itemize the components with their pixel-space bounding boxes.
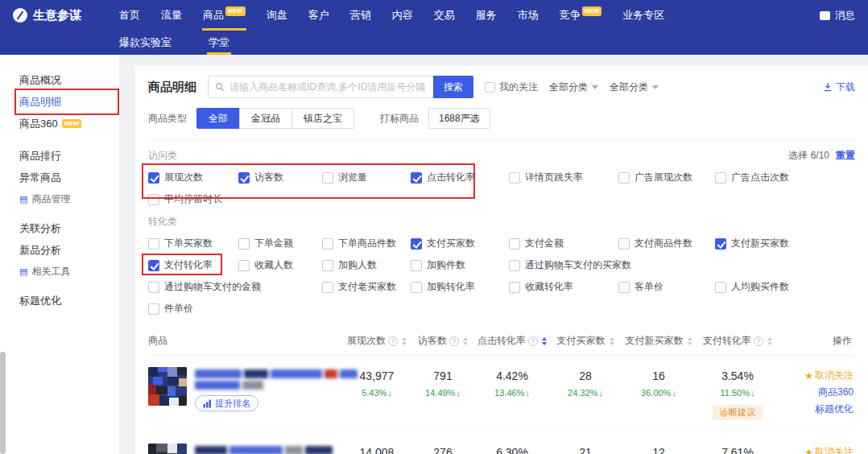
help-icon[interactable] — [528, 336, 538, 346]
help-icon[interactable] — [388, 336, 398, 346]
checkbox-favorite-users[interactable]: 收藏人数 — [238, 258, 322, 272]
unfollow-button[interactable]: 取消关注 — [804, 369, 854, 382]
goods-360-link[interactable]: 商品360 — [818, 386, 854, 399]
product-image[interactable] — [148, 367, 187, 406]
col-pay-rate[interactable]: 支付转化率 — [697, 334, 778, 348]
col-click-rate[interactable]: 点击转化率 — [473, 334, 551, 348]
checkbox-pageviews[interactable]: 浏览量 — [322, 171, 411, 184]
sort-icon[interactable] — [767, 337, 772, 345]
product-title-censored[interactable] — [195, 446, 333, 454]
nav-item-service[interactable]: 服务 — [465, 0, 507, 31]
nav-item-inquiry[interactable]: 询盘 — [256, 0, 298, 31]
sidebar-label: 关联分析 — [19, 221, 61, 236]
checkbox-icon — [411, 282, 422, 293]
nav-item-content[interactable]: 内容 — [382, 0, 424, 31]
category-select-1[interactable]: 全部分类 — [549, 80, 598, 94]
checkbox-cart-pay-amount[interactable]: 通过购物车支付的金额 — [148, 280, 322, 294]
boost-rank-button[interactable]: 提升排名 — [195, 395, 258, 411]
checkbox-bounce-rate[interactable]: 详情页跳失率 — [509, 171, 618, 184]
sidebar-item-goods-manage[interactable]: 商品管理 — [0, 188, 119, 209]
type-option-treasure[interactable]: 镇店之宝 — [291, 108, 354, 129]
col-pay-buyers[interactable]: 支付买家数 — [551, 334, 620, 348]
checkbox-ad-clicks[interactable]: 广告点击次数 — [715, 171, 820, 184]
checkbox-cart-rate[interactable]: 加购转化率 — [411, 280, 509, 294]
sidebar-item-related-tools[interactable]: 相关工具 — [0, 261, 119, 282]
sidebar-item-goods-detail[interactable]: 商品明细 — [0, 91, 119, 113]
search-input[interactable] — [229, 81, 427, 93]
product-title-censored[interactable] — [195, 369, 358, 378]
sort-icon[interactable] — [463, 337, 468, 345]
checkbox-favorite-rate[interactable]: 收藏转化率 — [509, 280, 618, 294]
checkbox-pay-old-buyers[interactable]: 支付老买家数 — [322, 280, 411, 294]
checkbox-items-per-buyer[interactable]: 人均购买件数 — [715, 280, 820, 294]
nav-item-trade[interactable]: 交易 — [424, 0, 465, 31]
nav-item-compete[interactable]: 竞争NEW — [549, 0, 613, 31]
product-image[interactable] — [148, 444, 187, 454]
checkbox-pay-items[interactable]: 支付商品件数 — [618, 237, 715, 250]
reset-button[interactable]: 重置 — [836, 149, 855, 163]
sidebar-item-title-optimize[interactable]: 标题优化 — [0, 290, 119, 312]
checkbox-order-buyers[interactable]: 下单买家数 — [148, 237, 238, 250]
checkbox-cart-items[interactable]: 加购件数 — [411, 258, 509, 272]
sidebar-item-goods-360[interactable]: 商品360NEW — [0, 113, 119, 134]
checkbox-icon — [715, 282, 726, 293]
help-icon[interactable] — [754, 336, 763, 346]
checkbox-order-items[interactable]: 下单商品件数 — [322, 237, 411, 250]
checkbox-pay-buyers[interactable]: 支付买家数 — [411, 237, 509, 250]
nav-label: 市场 — [518, 8, 539, 23]
sidebar-item-new-goods-analysis[interactable]: 新品分析 — [0, 239, 119, 261]
subnav-item-hot-lab[interactable]: 爆款实验室 — [118, 31, 173, 55]
metric-label: 支付老买家数 — [338, 280, 396, 294]
product-subtitle-censored[interactable] — [195, 381, 358, 390]
sidebar-item-goods-rank[interactable]: 商品排行 — [0, 145, 119, 167]
mark-option-1688[interactable]: 1688严选 — [428, 108, 490, 129]
diagnose-suggestion-badge[interactable]: 诊断建议 — [713, 405, 763, 420]
unfollow-button[interactable]: 取消关注 — [804, 445, 854, 454]
checkbox-click-rate[interactable]: 点击转化率 — [411, 171, 509, 184]
checkbox-pay-new-buyers[interactable]: 支付新买家数 — [715, 237, 820, 250]
download-button[interactable]: 下载 — [823, 80, 855, 94]
search-button[interactable]: 搜索 — [433, 76, 473, 98]
nav-item-traffic[interactable]: 流量 — [151, 0, 192, 31]
checkbox-avg-stay-time[interactable]: 平均停留时长 — [148, 192, 238, 206]
nav-item-home[interactable]: 首页 — [109, 0, 151, 31]
category-select-2[interactable]: 全部分类 — [610, 80, 659, 94]
checkbox-pay-rate[interactable]: 支付转化率 — [148, 258, 238, 272]
subnav-item-school[interactable]: 学堂 — [207, 31, 231, 55]
type-option-all[interactable]: 全部 — [196, 108, 240, 129]
sort-icon-active[interactable] — [542, 337, 547, 345]
sidebar-item-abnormal-goods[interactable]: 异常商品 — [0, 167, 119, 188]
sidebar-item-relation-analysis[interactable]: 关联分析 — [0, 217, 119, 239]
sort-icon[interactable] — [402, 337, 407, 345]
table-row: 14,008 90.27% 276 31.43% 6.30% 15.93% 21… — [148, 432, 855, 454]
checkbox-impressions[interactable]: 展现次数 — [148, 171, 238, 184]
col-visitors[interactable]: 访客数 — [412, 334, 473, 348]
checkbox-pay-amount[interactable]: 支付金额 — [509, 237, 618, 250]
sort-icon[interactable] — [610, 337, 614, 345]
nav-item-marketing[interactable]: 营销 — [340, 0, 382, 31]
title-optimize-link[interactable]: 标题优化 — [815, 402, 854, 416]
nav-item-goods[interactable]: 商品NEW — [192, 0, 256, 31]
nav-item-business-zone[interactable]: 业务专区 — [612, 0, 675, 31]
message-entry[interactable]: 消息 — [820, 9, 855, 23]
nav-item-market[interactable]: 市场 — [507, 0, 549, 31]
checkbox-cart-pay-buyers[interactable]: 通过购物车支付的买家数 — [509, 258, 715, 272]
sort-icon[interactable] — [688, 337, 692, 345]
visit-group-title: 访问类 — [148, 149, 177, 163]
checkbox-icon — [715, 172, 726, 184]
checkbox-ad-impressions[interactable]: 广告展现次数 — [618, 171, 715, 184]
scrollbar-thumb[interactable] — [0, 352, 6, 454]
checkbox-order-amount[interactable]: 下单金额 — [238, 237, 322, 250]
col-impressions[interactable]: 展现次数 — [341, 334, 412, 348]
my-focus-checkbox[interactable]: 我的关注 — [485, 80, 538, 94]
checkbox-cart-users[interactable]: 加购人数 — [322, 258, 411, 272]
checkbox-price-per-customer[interactable]: 客单价 — [618, 280, 715, 294]
col-pay-new-buyers[interactable]: 支付新买家数 — [620, 334, 697, 348]
sidebar: 商品概况 商品明细 商品360NEW 商品排行 异常商品 商品管理 关联分析 新… — [0, 55, 119, 454]
checkbox-price-per-item[interactable]: 件单价 — [148, 302, 238, 316]
type-option-gold[interactable]: 金冠品 — [239, 108, 292, 129]
checkbox-visitors[interactable]: 访客数 — [238, 171, 322, 184]
nav-item-customer[interactable]: 客户 — [298, 0, 340, 31]
help-icon[interactable] — [449, 336, 459, 346]
sidebar-item-goods-overview[interactable]: 商品概况 — [0, 69, 119, 91]
